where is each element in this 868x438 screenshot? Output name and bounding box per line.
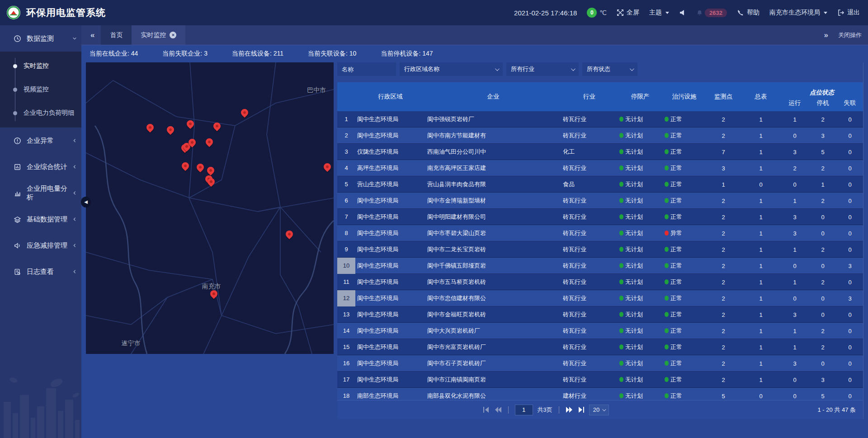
map-panel[interactable]: 巴中市南充市遂宁市 ◀ (86, 62, 334, 354)
table-row[interactable]: 11阆中生态环境局阆中市五马桥页岩机砖砖瓦行业无计划正常21120 (337, 274, 863, 290)
cell-company: 南充市高坪区王家店建 (425, 164, 561, 172)
cell-limit-production: 无计划 (618, 262, 663, 270)
chevron-down-icon (72, 36, 77, 41)
map-roads-decoration (86, 62, 334, 354)
table-row[interactable]: 5营山生态环境局营山县润丰肉食品有限食品无计划正常10010 (337, 176, 863, 193)
fullscreen-button[interactable]: 全屏 (617, 9, 639, 17)
table-row[interactable]: 2阆中生态环境局阆中市南方节能建材有砖瓦行业无计划正常21030 (337, 127, 863, 144)
sidebar-item-日志查看[interactable]: 日志查看 (0, 259, 81, 285)
cell-lost: 0 (837, 360, 863, 367)
sidebar-item-label: 企业异常 (27, 137, 54, 145)
cell-stopped: 0 (809, 360, 837, 367)
logout-button[interactable]: 退出 (837, 9, 860, 17)
table-row[interactable]: 4高坪生态环境局南充市高坪区王家店建砖瓦行业无计划正常31220 (337, 160, 863, 176)
sidebar-item-label: 日志查看 (27, 268, 54, 276)
help-button[interactable]: 帮助 (737, 9, 760, 17)
sidebar-item-基础数据管理[interactable]: 基础数据管理 (0, 206, 81, 232)
cell-pollution-facility: 正常 (663, 197, 706, 205)
stat-value: 3 (204, 50, 208, 57)
stat-value: 211 (274, 50, 283, 57)
first-page-button[interactable] (483, 407, 490, 413)
status-dot (665, 263, 669, 268)
table-row[interactable]: 15阆中生态环境局阆中市光富页岩机砖厂砖瓦行业无计划正常21120 (337, 339, 863, 355)
tab-实时监控[interactable]: 实时监控× (132, 25, 185, 45)
close-operations-button[interactable]: 关闭操作 (838, 31, 862, 39)
cell-running: 0 (781, 263, 809, 269)
next-page-button[interactable] (566, 407, 573, 413)
status-dot (619, 328, 623, 333)
cell-total-meters: 1 (741, 230, 781, 237)
cell-company: 阆中大兴页岩机砖厂 (425, 327, 561, 335)
right-panel: 行政区域名称 所有行业 所有状态 (337, 62, 863, 419)
table-row[interactable]: 8阆中生态环境局阆中市枣碧大梁山页岩砖瓦行业无计划异常21300 (337, 225, 863, 241)
sidebar-subitem-实时监控[interactable]: 实时监控 (0, 54, 81, 78)
cell-industry: 砖瓦行业 (561, 132, 618, 140)
table-row[interactable]: 3仪陇生态环境局西南油气田分公司川中化工无计划正常71350 (337, 144, 863, 160)
bell-icon (696, 9, 703, 16)
tab-close-icon[interactable]: × (170, 32, 176, 38)
stats-bar: 当前在线企业: 44当前失联企业: 3当前在线设备: 211当前失联设备: 10… (86, 45, 863, 62)
table-row[interactable]: 14阆中生态环境局阆中大兴页岩机砖厂砖瓦行业无计划正常21120 (337, 323, 863, 339)
org-menu-button[interactable]: 南充市生态环境局 (769, 9, 827, 17)
status-dot (665, 133, 669, 138)
cell-lost: 0 (837, 279, 863, 286)
table-row[interactable]: 1阆中生态环境局阆中强锐页岩砖厂砖瓦行业无计划正常21120 (337, 111, 863, 127)
sidebar-item-数据监测[interactable]: 数据监测 (0, 25, 81, 52)
notifications-button[interactable]: 2632 (696, 9, 727, 17)
region-filter-select[interactable]: 行政区域名称 (400, 62, 503, 76)
table-row[interactable]: 6阆中生态环境局阆中市金博瑞新型墙材砖瓦行业无计划正常21120 (337, 193, 863, 209)
table-row[interactable]: 7阆中生态环境局阆中明阳建材有限公司砖瓦行业无计划正常21300 (337, 209, 863, 225)
cell-monitor-points: 2 (706, 198, 741, 204)
sidebar-item-企业综合统计[interactable]: 企业综合统计 (0, 154, 81, 180)
cell-pollution-facility: 正常 (663, 278, 706, 286)
tabs-scroll-right-button[interactable]: » (821, 31, 831, 40)
total-pages-label: 共3页 (538, 406, 552, 414)
cell-limit-production: 无计划 (618, 115, 663, 123)
name-filter-input[interactable] (337, 62, 396, 76)
sidebar-item-企业异常[interactable]: 企业异常 (0, 127, 81, 154)
table-row[interactable]: 9阆中生态环境局阆中市二龙长宝页岩砖砖瓦行业无计划正常21120 (337, 241, 863, 258)
sidebar-subitem-label: 视频监控 (24, 85, 49, 94)
tab-首页[interactable]: 首页 (101, 25, 132, 45)
cell-company: 营山县润丰肉食品有限 (425, 180, 561, 188)
sidebar-item-应急减排管理[interactable]: 应急减排管理 (0, 232, 81, 259)
cell-limit-production: 无计划 (618, 229, 663, 237)
stat-label: 当前停机设备: (381, 50, 422, 57)
cell-limit-production: 无计划 (618, 359, 663, 367)
table-row[interactable]: 13阆中生态环境局阆中市金福旺页岩机砖砖瓦行业无计划正常21300 (337, 306, 863, 323)
cell-company: 南部县双化水泥有限公 (425, 392, 561, 400)
clock-icon (14, 35, 21, 42)
last-page-button[interactable] (577, 407, 585, 413)
table-row[interactable]: 16阆中生态环境局阆中市石子页岩机砖厂砖瓦行业无计划正常21300 (337, 355, 863, 372)
table-row[interactable]: 18南部生态环境局南部县双化水泥有限公建材行业无计划正常50050 (337, 388, 863, 400)
cell-region: 仪陇生态环境局 (355, 148, 425, 156)
prev-page-button[interactable] (495, 407, 502, 413)
pager-divider (559, 406, 559, 414)
notification-count-badge: 2632 (705, 9, 727, 17)
page-size-select[interactable]: 20 (589, 405, 609, 415)
current-page-input[interactable]: 1 (515, 405, 533, 415)
cell-company: 阆中市江南镇阆南页岩 (425, 376, 561, 384)
mute-button[interactable] (679, 9, 686, 16)
status-filter-select[interactable]: 所有状态 (582, 62, 637, 76)
col-industry: 行业 (561, 82, 618, 111)
cell-limit-production: 无计划 (618, 343, 663, 351)
col-rownum (337, 82, 355, 111)
sidebar-subitem-label: 实时监控 (24, 62, 49, 70)
table-row[interactable]: 10阆中生态环境局阆中千佛镇五郎垭页岩砖瓦行业无计划正常21003 (337, 258, 863, 274)
sidebar-subitem-企业电力负荷明细[interactable]: 企业电力负荷明细 (0, 101, 81, 125)
industry-filter-select[interactable]: 所有行业 (506, 62, 579, 76)
sidebar-subitem-视频监控[interactable]: 视频监控 (0, 78, 81, 101)
table-row[interactable]: 12阆中生态环境局阆中市忠信建材有限公砖瓦行业无计划正常21003 (337, 290, 863, 306)
stat-label: 当前在线设备: (232, 50, 274, 57)
sidebar-item-企业用电量分析[interactable]: 企业用电量分析 (0, 180, 81, 206)
map-collapse-handle[interactable]: ◀ (81, 197, 91, 207)
cell-monitor-points: 2 (706, 116, 741, 123)
theme-menu-button[interactable]: 主题 (649, 9, 669, 17)
cell-stopped: 0 (809, 295, 837, 302)
table-row[interactable]: 17阆中生态环境局阆中市江南镇阆南页岩砖瓦行业无计划正常21030 (337, 372, 863, 388)
tabs-scroll-left-button[interactable]: « (88, 31, 97, 40)
status-dot (665, 279, 669, 284)
temperature-unit: ℃ (599, 9, 607, 16)
log-icon (14, 268, 21, 276)
